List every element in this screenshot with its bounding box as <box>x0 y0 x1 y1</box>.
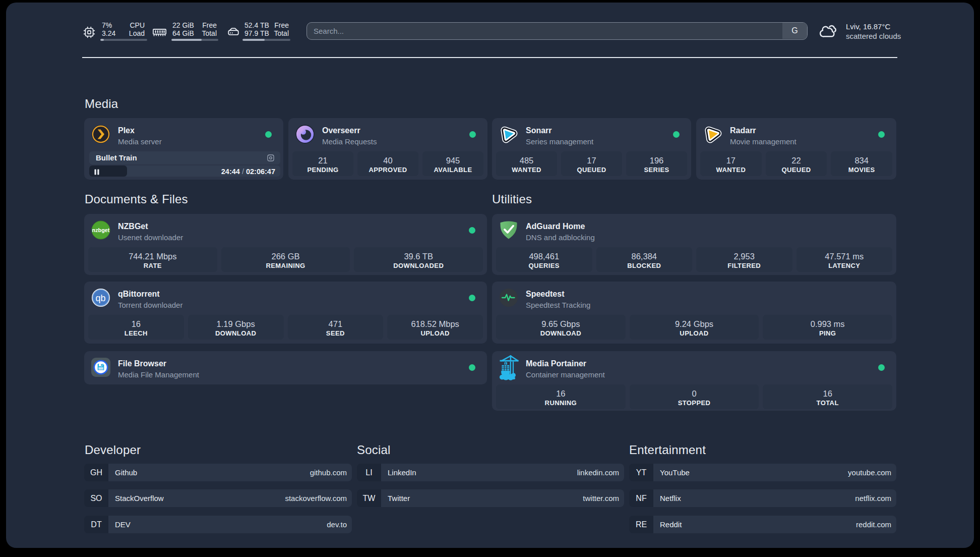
svg-text:qb: qb <box>96 293 106 303</box>
svg-text:nzbget: nzbget <box>92 227 110 233</box>
